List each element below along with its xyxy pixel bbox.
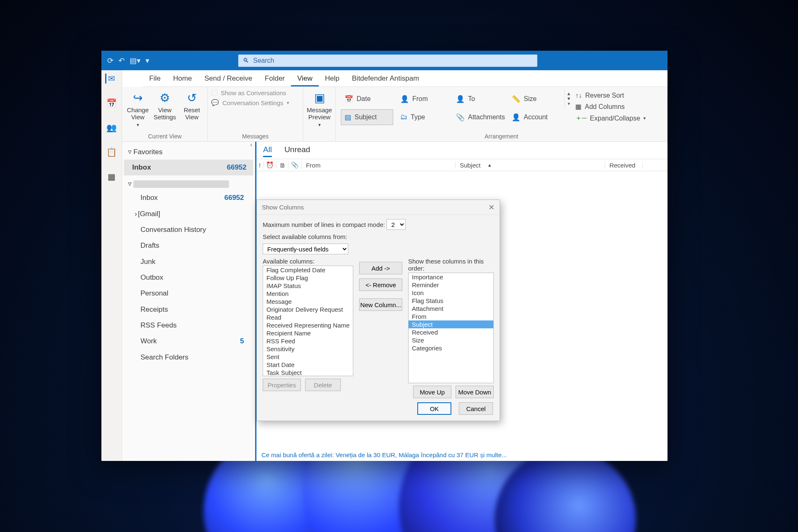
shown-column-option[interactable]: Categories [409,344,493,352]
people-rail-icon[interactable]: 👥 [106,123,117,133]
folder-outbox[interactable]: Outbox [128,270,251,286]
dialog-close-icon[interactable]: ✕ [488,203,495,212]
shown-column-option[interactable]: Received [409,328,493,336]
collapse-folder-pane-icon[interactable]: ‹ [250,141,252,148]
col-icon[interactable]: 🗎 [277,162,288,169]
arrange-size[interactable]: 📏Size [508,91,560,107]
arrange-to[interactable]: 👤To [452,91,505,107]
available-column-option[interactable]: Sent [263,353,353,361]
ok-button[interactable]: OK [417,402,451,415]
search-input[interactable]: 🔍︎ Search [238,54,537,67]
arrange-attachments[interactable]: 📎Attachments [452,109,505,125]
arrange-type[interactable]: 🗂Type [397,109,449,125]
delete-button[interactable]: Delete [305,379,341,391]
tab-help[interactable]: Help [319,70,346,86]
available-column-option[interactable]: Originator Delivery Request [263,305,353,313]
favorite-inbox[interactable]: Inbox66952 [124,160,253,175]
reverse-sort-button[interactable]: ↑↓Reverse Sort [575,92,664,99]
new-column-button[interactable]: New Column... [359,298,402,311]
tab-file[interactable]: File [143,70,167,86]
shown-column-option[interactable]: Size [409,336,493,344]
message-subject-preview[interactable]: Ce mai bună ofertă a zilei: Veneția de l… [261,451,663,458]
mail-rail-icon[interactable]: ✉ [105,74,115,84]
tab-view[interactable]: View [291,70,319,86]
shown-column-option[interactable]: Subject [409,320,493,328]
max-lines-select[interactable]: 2 [387,219,406,230]
arrangement-gallery[interactable]: 📅Date ▤Subject 👤From 🗂Type 👤To 📎Attachme… [339,89,562,127]
available-columns-list[interactable]: Flag Completed DateFollow Up FlagIMAP St… [263,266,353,376]
tab-home[interactable]: Home [167,70,198,86]
tab-folder[interactable]: Folder [259,70,291,86]
remove-button[interactable]: <- Remove [359,278,402,291]
available-column-option[interactable]: RSS Feed [263,337,353,345]
shown-column-option[interactable]: Attachment [409,305,493,313]
move-up-button[interactable]: Move Up [413,386,451,398]
select-columns-from[interactable]: Frequently-used fields [263,244,348,254]
show-as-conversations-check[interactable]: Show as Conversations [211,89,286,96]
gallery-spinner[interactable]: ▲▼▾ [564,89,573,108]
move-down-button[interactable]: Move Down [456,386,494,398]
shown-column-option[interactable]: From [409,313,493,320]
available-column-option[interactable]: Flag Completed Date [263,266,353,274]
shown-columns-list[interactable]: ImportanceReminderIconFlag StatusAttachm… [408,273,494,383]
qat-dropdown-icon[interactable]: ▾ [145,56,149,65]
folder-rss[interactable]: RSS Feeds [128,318,251,333]
properties-button[interactable]: Properties [263,379,301,391]
folder-inbox[interactable]: Inbox66952 [128,190,251,206]
undo-icon[interactable]: ↶ [118,56,125,65]
col-subject[interactable]: Subject ▲ [456,162,605,169]
cancel-button[interactable]: Cancel [459,402,493,415]
col-importance-icon[interactable]: ! [256,162,264,169]
col-received[interactable]: Received [605,162,643,169]
account-header[interactable]: ▿ [128,178,251,190]
view-settings-button[interactable]: ⚙View Settings [153,89,177,121]
col-reminder-icon[interactable]: ⏰ [264,161,277,169]
conversation-settings-button[interactable]: 💬Conversation Settings▾ [211,99,289,106]
tab-antispam[interactable]: Bitdefender Antispam [346,70,426,86]
available-column-option[interactable]: Read [263,313,353,321]
available-column-option[interactable]: Follow Up Flag [263,274,353,282]
message-preview-button[interactable]: ▣Message Preview▾ [307,89,332,128]
available-column-option[interactable]: Sensitivity [263,345,353,353]
reset-view-button[interactable]: ↺Reset View [180,89,204,121]
folder-conversation-history[interactable]: Conversation History [128,222,251,238]
add-columns-button[interactable]: ▦Add Columns [575,103,664,111]
shown-column-option[interactable]: Reminder [409,281,493,289]
archive-icon[interactable]: ▤▾ [130,56,140,65]
arrange-account[interactable]: 👤Account [508,109,560,125]
shown-column-option[interactable]: Icon [409,289,493,297]
folder-gmail[interactable]: ›[Gmail] [128,206,251,222]
add-button[interactable]: Add -> [359,262,402,274]
folder-search-folders[interactable]: Search Folders [128,350,251,365]
folder-work[interactable]: Work5 [128,333,251,349]
shown-column-option[interactable]: Flag Status [409,297,493,305]
available-column-option[interactable]: Task Subject [263,369,353,376]
shown-column-option[interactable]: Importance [409,273,493,281]
refresh-icon[interactable]: ⟳ [107,56,113,65]
arrange-date[interactable]: 📅Date [341,91,393,107]
change-view-button[interactable]: ↪Change View▾ [126,89,150,128]
favorites-header[interactable]: ▿Favorites [124,144,253,160]
filter-all[interactable]: All [263,145,272,157]
expand-collapse-button[interactable]: ＋─Expand/Collapse▾ [575,114,664,123]
arrange-subject[interactable]: ▤Subject [341,109,393,125]
more-apps-icon[interactable]: ▦ [108,172,116,182]
arrange-from[interactable]: 👤From [397,91,449,107]
filter-unread[interactable]: Unread [284,145,310,157]
type-icon: 🗂 [400,113,407,121]
folder-personal[interactable]: Personal [128,286,251,301]
available-column-option[interactable]: Message [263,298,353,305]
folder-drafts[interactable]: Drafts [128,238,251,254]
calendar-rail-icon[interactable]: 📅 [106,98,117,108]
available-column-option[interactable]: IMAP Status [263,282,353,290]
available-column-option[interactable]: Recipient Name [263,329,353,337]
col-from[interactable]: From [302,162,456,169]
available-column-option[interactable]: Received Representing Name [263,321,353,329]
available-column-option[interactable]: Start Date [263,361,353,369]
available-column-option[interactable]: Mention [263,290,353,298]
col-attachment-icon[interactable]: 📎 [288,161,302,169]
todo-rail-icon[interactable]: 📋 [106,147,117,157]
tab-send-receive[interactable]: Send / Receive [198,70,259,86]
folder-receipts[interactable]: Receipts [128,302,251,318]
folder-junk[interactable]: Junk [128,254,251,270]
